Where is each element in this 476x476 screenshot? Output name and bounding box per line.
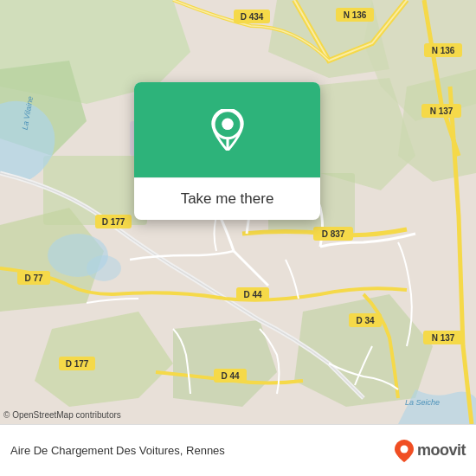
svg-text:N 137: N 137 xyxy=(430,106,453,116)
svg-text:N 136: N 136 xyxy=(432,46,455,55)
moovit-logo: moovit xyxy=(395,440,466,462)
svg-text:D 434: D 434 xyxy=(241,12,264,22)
moovit-text: moovit xyxy=(417,441,466,460)
take-me-there-button[interactable]: Take me there xyxy=(145,190,310,208)
svg-text:D 177: D 177 xyxy=(102,217,125,227)
svg-text:D 177: D 177 xyxy=(66,359,89,369)
location-pin-icon-2 xyxy=(207,109,248,151)
svg-text:N 137: N 137 xyxy=(432,333,455,343)
popup-green-header xyxy=(134,82,320,177)
svg-text:D 44: D 44 xyxy=(221,371,240,381)
moovit-pin-icon xyxy=(395,440,414,462)
svg-text:La Seiche: La Seiche xyxy=(405,398,440,407)
svg-point-45 xyxy=(222,119,233,130)
svg-text:D 77: D 77 xyxy=(24,273,43,283)
svg-text:D 837: D 837 xyxy=(322,229,345,239)
svg-text:D 34: D 34 xyxy=(356,316,375,325)
svg-point-15 xyxy=(87,255,121,281)
location-label: Aire De Chargement Des Voitures, Rennes xyxy=(10,444,225,457)
svg-text:D 44: D 44 xyxy=(243,290,262,299)
map-container: D 434 N 136 N 136 N 137 D 177 D 837 D 77… xyxy=(0,0,476,424)
svg-text:N 136: N 136 xyxy=(344,10,367,20)
bottom-bar: Aire De Chargement Des Voitures, Rennes … xyxy=(0,424,476,476)
popup-card: Take me there xyxy=(134,82,320,220)
popup-button-area: Take me there xyxy=(134,177,320,220)
svg-point-46 xyxy=(400,445,408,453)
svg-text:© OpenStreetMap contributors: © OpenStreetMap contributors xyxy=(3,410,121,420)
